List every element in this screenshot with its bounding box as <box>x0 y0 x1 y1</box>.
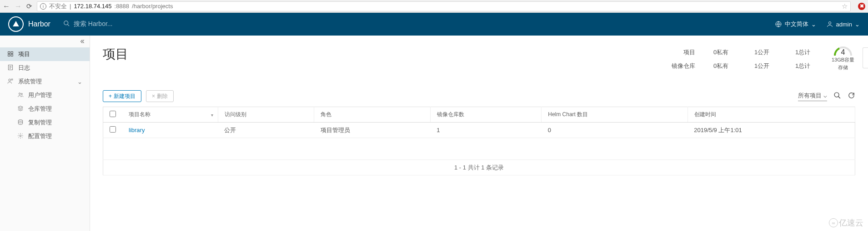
svg-point-13 <box>11 79 12 80</box>
chevron-down-icon: ⌄ <box>855 21 860 28</box>
stats-repos-label: 镜像仓库 <box>668 62 695 70</box>
app-header: Harbor 搜索 Harbor... 中文简体 ⌄ admin ⌄ <box>0 13 868 36</box>
svg-line-1 <box>67 24 69 26</box>
side-tab[interactable] <box>863 47 868 68</box>
app-title: Harbor <box>28 20 50 28</box>
svg-line-19 <box>838 97 840 98</box>
cell-created: 2019/5/9 上午1:01 <box>687 123 855 138</box>
sidebar-item-users[interactable]: 用户管理 <box>0 88 90 102</box>
repo-icon <box>17 105 24 113</box>
svg-rect-6 <box>8 54 10 56</box>
svg-rect-4 <box>8 51 10 53</box>
replication-icon <box>17 119 24 127</box>
storage-gauge: 4 13GB容量 存储 <box>827 45 859 71</box>
extension-icon[interactable]: ✖ <box>858 3 865 10</box>
col-created[interactable]: 创建时间 <box>687 107 855 123</box>
chevron-down-icon: ⌄ <box>811 21 816 28</box>
svg-point-14 <box>19 92 21 94</box>
globe-icon <box>775 21 782 28</box>
chevron-down-icon: ⌄ <box>77 78 82 85</box>
project-link[interactable]: library <box>129 127 145 133</box>
refresh-button[interactable] <box>848 92 855 101</box>
user-icon <box>826 21 833 28</box>
cell-chart-count: 0 <box>542 123 687 138</box>
close-icon: × <box>152 93 155 99</box>
search-button[interactable] <box>833 92 841 101</box>
stats-total: 1总计 <box>795 62 818 70</box>
back-button[interactable]: ← <box>3 2 10 10</box>
security-label: 不安全 <box>49 2 67 10</box>
reload-button[interactable]: ⟳ <box>26 2 32 10</box>
stats-block: 项目 0私有 1公开 1总计 镜像仓库 0私有 1公开 1总计 <box>668 46 818 73</box>
logs-icon <box>7 64 14 72</box>
content-area: 项目 项目 0私有 1公开 1总计 镜像仓库 0私有 1公开 1总计 4 13G… <box>90 36 868 231</box>
gauge-value: 4 <box>832 48 854 56</box>
delete-button: × 删除 <box>146 90 174 102</box>
sidebar-item-repos[interactable]: 仓库管理 <box>0 102 90 116</box>
sidebar-item-replication[interactable]: 复制管理 <box>0 116 90 129</box>
select-all-checkbox[interactable] <box>110 111 116 117</box>
cloud-icon: ∞ <box>829 218 838 227</box>
stats-projects-label: 项目 <box>668 48 695 56</box>
table-row[interactable]: library 公开 项目管理员 1 0 2019/5/9 上午1:01 <box>103 123 855 138</box>
col-chart-count[interactable]: Helm Chart 数目 <box>542 107 687 123</box>
language-selector[interactable]: 中文简体 ⌄ <box>775 20 816 28</box>
col-repo-count[interactable]: 镜像仓库数 <box>430 107 542 123</box>
cell-repo-count: 1 <box>430 123 542 138</box>
stats-private: 0私有 <box>713 48 736 56</box>
svg-rect-7 <box>11 54 13 56</box>
sidebar: 项目 日志 系统管理 ⌄ 用户管理 仓库管理 复制管理 配置管理 <box>0 36 90 231</box>
svg-point-15 <box>21 93 22 94</box>
projects-table: 项目名称▾ 访问级别 角色 镜像仓库数 Helm Chart 数目 创建时间 l… <box>103 107 855 175</box>
col-checkbox <box>103 107 123 123</box>
bookmark-icon[interactable]: ☆ <box>842 2 848 10</box>
sidebar-item-config[interactable]: 配置管理 <box>0 129 90 143</box>
stats-total: 1总计 <box>795 48 818 56</box>
toolbar: + 新建项目 × 删除 所有项目 ⌵ <box>103 90 855 102</box>
search-icon <box>63 20 70 28</box>
col-role[interactable]: 角色 <box>314 107 431 123</box>
gear-icon <box>17 133 24 140</box>
global-search[interactable]: 搜索 Harbor... <box>63 20 113 28</box>
search-placeholder: 搜索 Harbor... <box>74 20 113 28</box>
stats-private: 0私有 <box>713 62 736 70</box>
projects-icon <box>7 51 14 58</box>
filter-dropdown[interactable]: 所有项目 ⌵ <box>798 92 827 101</box>
svg-point-0 <box>64 21 68 25</box>
url-host: 172.18.74.145 <box>74 3 111 10</box>
admin-icon <box>7 78 14 86</box>
chevron-down-icon: ⌵ <box>823 92 827 99</box>
cell-role: 项目管理员 <box>314 123 431 138</box>
svg-point-12 <box>9 79 11 81</box>
svg-rect-5 <box>11 51 13 53</box>
svg-point-3 <box>828 22 831 24</box>
users-icon <box>17 92 24 99</box>
stats-public: 1公开 <box>754 62 777 70</box>
sidebar-collapse-button[interactable] <box>0 36 90 47</box>
plus-icon: + <box>109 93 112 99</box>
forward-button[interactable]: → <box>15 2 22 10</box>
sidebar-item-admin[interactable]: 系统管理 ⌄ <box>0 75 90 88</box>
sidebar-item-projects[interactable]: 项目 <box>0 47 90 61</box>
table-footer: 1 - 1 共计 1 条记录 <box>103 160 855 175</box>
stats-public: 1公开 <box>754 48 777 56</box>
svg-point-17 <box>20 135 21 137</box>
site-info-icon[interactable]: i <box>40 3 46 10</box>
svg-point-16 <box>18 119 22 121</box>
logo[interactable]: Harbor <box>8 16 50 32</box>
watermark: ∞ 亿速云 <box>829 217 863 228</box>
sidebar-item-logs[interactable]: 日志 <box>0 61 90 75</box>
row-checkbox[interactable] <box>110 126 116 133</box>
browser-chrome: ← → ⟳ i 不安全 | 172.18.74.145:8888/harbor/… <box>0 0 868 13</box>
cell-access: 公开 <box>218 123 314 138</box>
url-bar[interactable]: i 不安全 | 172.18.74.145:8888/harbor/projec… <box>37 1 851 11</box>
harbor-logo-icon <box>12 20 20 29</box>
svg-point-18 <box>834 92 839 97</box>
new-project-button[interactable]: + 新建项目 <box>103 90 141 102</box>
user-menu[interactable]: admin ⌄ <box>826 21 860 28</box>
col-name[interactable]: 项目名称▾ <box>122 107 218 123</box>
filter-icon[interactable]: ▾ <box>211 112 213 117</box>
col-access[interactable]: 访问级别 <box>218 107 314 123</box>
